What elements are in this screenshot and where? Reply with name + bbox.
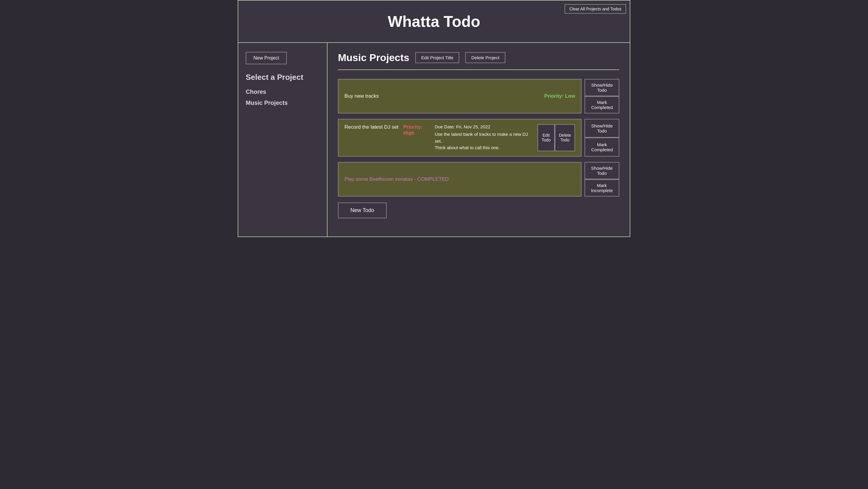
sidebar-item-music-projects[interactable]: Music Projects [246, 99, 319, 106]
delete-project-button[interactable]: Delete Project [465, 52, 505, 63]
table-row: Buy new tracks Priority: Low Show/HideTo… [338, 79, 619, 113]
todo-priority-section-2: Priority:High [403, 124, 430, 151]
show-hide-todo-1-button[interactable]: Show/HideTodo [585, 79, 619, 96]
todo-card-1: Buy new tracks Priority: Low [338, 79, 582, 113]
sidebar: New Project Select a Project Chores Musi… [238, 43, 328, 236]
todo-notes-2: Use the latest bank of tracks to make a … [435, 131, 532, 151]
mark-completed-2-button[interactable]: MarkCompleted [585, 138, 619, 156]
todo-details-2: Due Date: Fri, Nov 25, 2022 Use the late… [435, 124, 532, 151]
delete-todo-2-button[interactable]: DeleteTodo [555, 124, 575, 151]
mark-completed-1-button[interactable]: MarkCompleted [585, 96, 619, 113]
todo-due-date-2: Due Date: Fri, Nov 25, 2022 [435, 124, 532, 129]
todo-title-2: Record the latest DJ set [344, 124, 398, 130]
edit-project-title-button[interactable]: Edit Project Title [415, 52, 459, 63]
project-header: Music Projects Edit Project Title Delete… [338, 52, 619, 70]
todo-action-pair-3: Show/HideTodo MarkIncomplete [585, 162, 619, 197]
new-project-button[interactable]: New Project [246, 52, 287, 64]
table-row: Record the latest DJ set Priority:High D… [338, 119, 619, 156]
todo-action-pair-1: Show/HideTodo MarkCompleted [585, 79, 619, 113]
todo-priority-2: Priority:High [403, 124, 423, 136]
todo-title-3: Play some Beethoven sonatas - COMPLETED [344, 176, 449, 182]
new-todo-button[interactable]: New Todo [338, 202, 387, 218]
clear-all-button[interactable]: Clear All Projects and Todos [565, 4, 626, 14]
content-area: Music Projects Edit Project Title Delete… [328, 43, 630, 236]
todo-priority-1: Priority: Low [545, 93, 575, 99]
table-row: Play some Beethoven sonatas - COMPLETED … [338, 162, 619, 197]
todo-inline-btns-2: EditTodo DeleteTodo [537, 124, 575, 151]
mark-incomplete-3-button[interactable]: MarkIncomplete [585, 179, 619, 197]
show-hide-todo-3-button[interactable]: Show/HideTodo [585, 162, 619, 179]
todo-expanded-content-2: Record the latest DJ set Priority:High D… [344, 124, 575, 151]
select-project-heading: Select a Project [246, 73, 319, 82]
edit-todo-2-button[interactable]: EditTodo [537, 124, 555, 151]
todos-container: Buy new tracks Priority: Low Show/HideTo… [338, 79, 619, 197]
todo-action-pair-2: Show/HideTodo MarkCompleted [585, 119, 619, 156]
app-wrapper: Clear All Projects and Todos Whatta Todo… [238, 0, 630, 237]
sidebar-item-chores[interactable]: Chores [246, 88, 319, 95]
show-hide-todo-2-button[interactable]: Show/HideTodo [585, 119, 619, 138]
todo-card-simple-1: Buy new tracks Priority: Low [344, 93, 575, 99]
todo-main-info-2: Record the latest DJ set [344, 124, 398, 151]
todo-card-3: Play some Beethoven sonatas - COMPLETED [338, 162, 582, 197]
todo-title-1: Buy new tracks [344, 93, 379, 99]
todo-card-2: Record the latest DJ set Priority:High D… [338, 119, 582, 156]
main-layout: New Project Select a Project Chores Musi… [238, 43, 630, 236]
header: Clear All Projects and Todos Whatta Todo [238, 1, 630, 43]
project-title: Music Projects [338, 52, 409, 63]
